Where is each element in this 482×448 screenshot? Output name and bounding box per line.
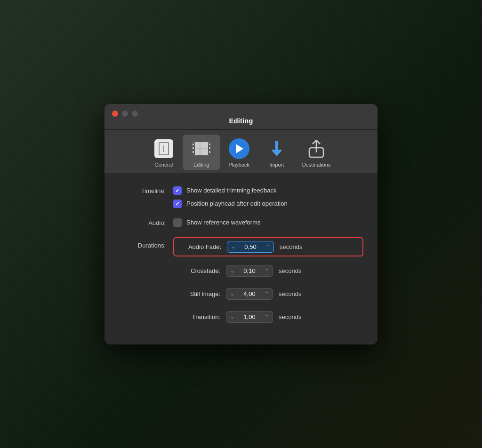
editing-icon-area	[190, 137, 213, 160]
playback-icon	[229, 138, 249, 159]
transition-value: 1,00	[238, 312, 261, 322]
still-image-stepper[interactable]: ⌄ 4,00 ⌃	[226, 288, 273, 300]
audio-fade-decrement[interactable]: ⌄	[227, 242, 239, 252]
tab-destinations[interactable]: Destinations	[296, 135, 337, 170]
audio-fade-unit: seconds	[280, 243, 302, 250]
transition-decrement[interactable]: ⌄	[226, 312, 238, 322]
transition-stepper[interactable]: ⌄ 1,00 ⌃	[226, 311, 273, 323]
crossfade-increment[interactable]: ⌃	[261, 266, 273, 276]
destinations-icon-area	[305, 137, 328, 160]
import-icon	[271, 141, 282, 156]
tab-general[interactable]: General	[145, 135, 183, 170]
import-icon-area	[265, 137, 288, 160]
svg-rect-8	[209, 151, 210, 153]
audio-section: Audio: Show reference waveforms	[119, 218, 363, 227]
tab-import-label: Import	[269, 162, 284, 168]
crossfade-row: Crossfade: ⌄ 0,10 ⌃ seconds	[173, 262, 363, 280]
audio-fade-increment[interactable]: ⌃	[262, 242, 273, 252]
audio-content: Show reference waveforms	[166, 218, 363, 227]
playback-icon-area	[228, 137, 250, 160]
crossfade-label: Crossfade:	[178, 267, 220, 274]
general-icon-inner	[159, 142, 169, 155]
svg-rect-3	[193, 144, 194, 145]
crossfade-stepper[interactable]: ⌄ 0,10 ⌃	[226, 265, 273, 277]
transition-row: Transition: ⌄ 1,00 ⌃ seconds	[173, 308, 363, 326]
preferences-content: Timeline: ✓ Show detailed trimming feedb…	[104, 173, 378, 344]
transition-label: Transition:	[178, 313, 220, 320]
arrow-head-icon	[271, 150, 282, 156]
durations-section: Durations: Audio Fade: ⌄ 0,50 ⌃ seconds …	[119, 237, 363, 326]
tab-playback-label: Playback	[228, 162, 249, 168]
still-image-label: Still Image:	[178, 290, 220, 297]
window-controls	[112, 111, 138, 117]
playhead-checkbox[interactable]: ✓	[173, 200, 182, 208]
svg-rect-7	[209, 147, 210, 149]
tab-destinations-label: Destinations	[302, 162, 331, 168]
tab-editing[interactable]: Editing	[183, 135, 220, 170]
trimming-checkbox[interactable]: ✓	[173, 186, 182, 195]
editing-icon	[192, 140, 211, 157]
tab-editing-label: Editing	[193, 162, 209, 168]
crossfade-decrement[interactable]: ⌄	[226, 266, 238, 276]
transition-unit: seconds	[279, 313, 301, 320]
crossfade-unit: seconds	[279, 267, 301, 274]
still-image-value: 4,00	[238, 288, 261, 299]
trimming-row: ✓ Show detailed trimming feedback	[173, 186, 363, 195]
trimming-checkmark: ✓	[175, 187, 180, 194]
still-image-increment[interactable]: ⌃	[261, 289, 273, 299]
tab-general-label: General	[154, 162, 173, 168]
close-button[interactable]	[112, 111, 118, 117]
playhead-checkmark: ✓	[175, 200, 180, 207]
audio-fade-row: Audio Fade: ⌄ 0,50 ⌃ seconds	[173, 237, 363, 256]
arrow-shaft-icon	[275, 141, 278, 150]
window-title: Editing	[229, 117, 253, 125]
trimming-label: Show detailed trimming feedback	[186, 187, 277, 194]
toolbar: General	[104, 130, 378, 173]
audio-fade-value: 0,50	[239, 241, 262, 252]
timeline-label: Timeline:	[119, 186, 166, 194]
play-triangle-icon	[236, 144, 243, 153]
durations-label: Durations:	[119, 237, 166, 249]
maximize-button[interactable]	[132, 111, 138, 117]
timeline-content: ✓ Show detailed trimming feedback ✓ Posi…	[166, 186, 363, 208]
audio-fade-stepper[interactable]: ⌄ 0,50 ⌃	[227, 241, 274, 253]
audio-fade-label: Audio Fade:	[179, 243, 221, 250]
svg-rect-5	[193, 151, 194, 153]
crossfade-value: 0,10	[238, 265, 261, 276]
tab-playback[interactable]: Playback	[220, 135, 258, 170]
preferences-window: Editing General	[104, 104, 378, 344]
waveforms-row: Show reference waveforms	[173, 218, 363, 227]
still-image-row: Still Image: ⌄ 4,00 ⌃ seconds	[173, 285, 363, 303]
tab-import[interactable]: Import	[258, 135, 296, 170]
general-icon-area	[153, 137, 175, 160]
audio-label: Audio:	[119, 218, 166, 226]
destinations-icon	[307, 138, 326, 159]
playhead-row: ✓ Position playhead after edit operation	[173, 200, 363, 208]
title-bar: Editing	[104, 104, 378, 130]
transition-increment[interactable]: ⌃	[261, 312, 273, 322]
still-image-unit: seconds	[279, 290, 301, 297]
svg-rect-4	[193, 147, 194, 149]
still-image-decrement[interactable]: ⌄	[226, 289, 238, 299]
waveforms-label: Show reference waveforms	[186, 219, 261, 226]
timeline-section: Timeline: ✓ Show detailed trimming feedb…	[119, 186, 363, 208]
minimize-button[interactable]	[122, 111, 128, 117]
durations-content: Audio Fade: ⌄ 0,50 ⌃ seconds Crossfade: …	[166, 237, 363, 326]
general-icon	[154, 139, 173, 158]
waveforms-checkbox[interactable]	[173, 218, 182, 227]
svg-rect-6	[209, 144, 210, 145]
playhead-label: Position playhead after edit operation	[186, 200, 288, 207]
